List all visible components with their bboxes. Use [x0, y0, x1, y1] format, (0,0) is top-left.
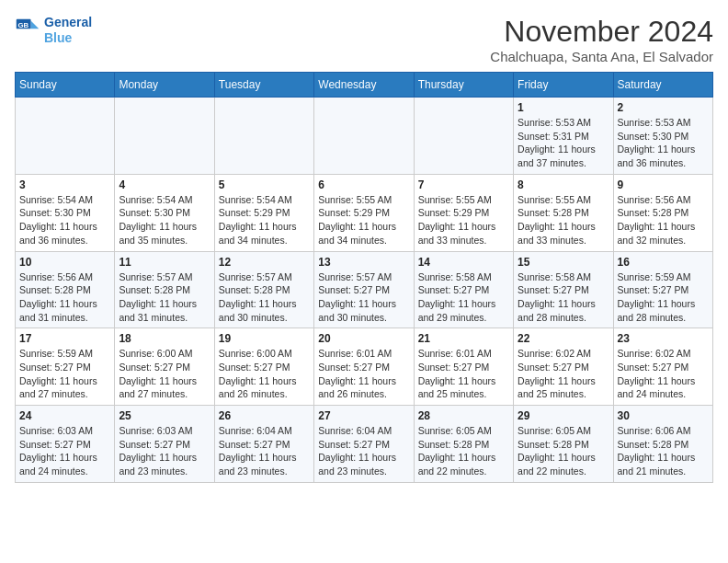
week-row-1: 1Sunrise: 5:53 AMSunset: 5:31 PMDaylight… [16, 98, 713, 175]
calendar-cell: 22Sunrise: 6:02 AMSunset: 5:27 PMDayligh… [514, 328, 613, 406]
calendar-cell: 11Sunrise: 5:57 AMSunset: 5:28 PMDayligh… [115, 251, 214, 328]
day-number: 7 [418, 178, 509, 191]
calendar-cell: 12Sunrise: 5:57 AMSunset: 5:28 PMDayligh… [214, 251, 313, 328]
calendar-cell [115, 98, 214, 175]
day-number: 5 [219, 178, 310, 191]
header-row: SundayMondayTuesdayWednesdayThursdayFrid… [16, 73, 713, 98]
calendar-cell: 7Sunrise: 5:55 AMSunset: 5:29 PMDaylight… [414, 174, 513, 251]
location-subtitle: Chalchuapa, Santa Ana, El Salvador [490, 49, 713, 64]
day-info: Sunrise: 6:05 AMSunset: 5:28 PMDaylight:… [418, 424, 509, 478]
calendar-cell [414, 98, 513, 175]
calendar-cell [314, 98, 414, 175]
day-number: 17 [19, 332, 110, 345]
day-number: 9 [618, 178, 709, 191]
day-number: 20 [318, 332, 409, 345]
header-day-tuesday: Tuesday [214, 73, 313, 98]
week-row-2: 3Sunrise: 5:54 AMSunset: 5:30 PMDaylight… [16, 174, 713, 251]
calendar-cell: 28Sunrise: 6:05 AMSunset: 5:28 PMDayligh… [414, 406, 513, 483]
day-info: Sunrise: 5:56 AMSunset: 5:28 PMDaylight:… [618, 193, 709, 247]
calendar-body: 1Sunrise: 5:53 AMSunset: 5:31 PMDaylight… [16, 98, 713, 483]
calendar-header: SundayMondayTuesdayWednesdayThursdayFrid… [16, 73, 713, 98]
calendar-cell: 21Sunrise: 6:01 AMSunset: 5:27 PMDayligh… [414, 328, 513, 406]
day-info: Sunrise: 6:03 AMSunset: 5:27 PMDaylight:… [119, 424, 210, 478]
day-number: 24 [19, 409, 110, 422]
calendar-table: SundayMondayTuesdayWednesdayThursdayFrid… [15, 72, 713, 483]
calendar-cell: 6Sunrise: 5:55 AMSunset: 5:29 PMDaylight… [314, 174, 414, 251]
day-number: 29 [518, 409, 609, 422]
day-number: 18 [119, 332, 210, 345]
calendar-cell: 17Sunrise: 5:59 AMSunset: 5:27 PMDayligh… [16, 328, 115, 406]
calendar-cell: 3Sunrise: 5:54 AMSunset: 5:30 PMDaylight… [16, 174, 115, 251]
day-number: 1 [518, 101, 609, 114]
day-number: 8 [518, 178, 609, 191]
calendar-cell: 18Sunrise: 6:00 AMSunset: 5:27 PMDayligh… [115, 328, 214, 406]
calendar-cell: 1Sunrise: 5:53 AMSunset: 5:31 PMDaylight… [514, 98, 613, 175]
day-number: 6 [318, 178, 409, 191]
day-info: Sunrise: 5:55 AMSunset: 5:29 PMDaylight:… [418, 193, 509, 247]
day-info: Sunrise: 5:59 AMSunset: 5:27 PMDaylight:… [19, 347, 110, 401]
day-info: Sunrise: 6:04 AMSunset: 5:27 PMDaylight:… [219, 424, 310, 478]
day-info: Sunrise: 5:58 AMSunset: 5:27 PMDaylight:… [518, 270, 609, 325]
week-row-4: 17Sunrise: 5:59 AMSunset: 5:27 PMDayligh… [16, 328, 713, 406]
calendar-cell: 26Sunrise: 6:04 AMSunset: 5:27 PMDayligh… [214, 406, 313, 483]
day-info: Sunrise: 5:54 AMSunset: 5:30 PMDaylight:… [19, 193, 110, 247]
day-info: Sunrise: 5:57 AMSunset: 5:28 PMDaylight:… [119, 270, 210, 325]
week-row-3: 10Sunrise: 5:56 AMSunset: 5:28 PMDayligh… [16, 251, 713, 328]
calendar-cell: 24Sunrise: 6:03 AMSunset: 5:27 PMDayligh… [16, 406, 115, 483]
day-number: 25 [119, 409, 210, 422]
month-year-title: November 2024 [490, 15, 713, 49]
calendar-cell: 29Sunrise: 6:05 AMSunset: 5:28 PMDayligh… [514, 406, 613, 483]
day-number: 2 [618, 101, 709, 114]
header-day-monday: Monday [115, 73, 214, 98]
header-day-wednesday: Wednesday [314, 73, 414, 98]
day-number: 26 [219, 409, 310, 422]
calendar-cell: 19Sunrise: 6:00 AMSunset: 5:27 PMDayligh… [214, 328, 313, 406]
day-number: 27 [318, 409, 409, 422]
day-info: Sunrise: 6:00 AMSunset: 5:27 PMDaylight:… [219, 347, 310, 401]
day-info: Sunrise: 5:58 AMSunset: 5:27 PMDaylight:… [418, 270, 509, 325]
calendar-cell: 25Sunrise: 6:03 AMSunset: 5:27 PMDayligh… [115, 406, 214, 483]
day-info: Sunrise: 6:02 AMSunset: 5:27 PMDaylight:… [518, 347, 609, 401]
calendar-cell: 15Sunrise: 5:58 AMSunset: 5:27 PMDayligh… [514, 251, 613, 328]
header-day-sunday: Sunday [16, 73, 115, 98]
day-info: Sunrise: 5:53 AMSunset: 5:31 PMDaylight:… [518, 116, 609, 170]
calendar-cell: 27Sunrise: 6:04 AMSunset: 5:27 PMDayligh… [314, 406, 414, 483]
calendar-cell: 13Sunrise: 5:57 AMSunset: 5:27 PMDayligh… [314, 251, 414, 328]
day-info: Sunrise: 5:55 AMSunset: 5:29 PMDaylight:… [318, 193, 409, 247]
day-number: 30 [618, 409, 709, 422]
day-info: Sunrise: 6:02 AMSunset: 5:27 PMDaylight:… [618, 347, 709, 401]
day-info: Sunrise: 6:05 AMSunset: 5:28 PMDaylight:… [518, 424, 609, 478]
day-info: Sunrise: 5:55 AMSunset: 5:28 PMDaylight:… [518, 193, 609, 247]
calendar-cell: 30Sunrise: 6:06 AMSunset: 5:28 PMDayligh… [613, 406, 712, 483]
day-info: Sunrise: 5:57 AMSunset: 5:27 PMDaylight:… [318, 270, 409, 325]
day-number: 28 [418, 409, 509, 422]
header-day-thursday: Thursday [414, 73, 513, 98]
calendar-cell: 8Sunrise: 5:55 AMSunset: 5:28 PMDaylight… [514, 174, 613, 251]
day-number: 10 [19, 256, 110, 269]
logo-text: General Blue [44, 15, 92, 46]
day-info: Sunrise: 5:59 AMSunset: 5:27 PMDaylight:… [618, 270, 709, 325]
day-info: Sunrise: 6:04 AMSunset: 5:27 PMDaylight:… [318, 424, 409, 478]
day-info: Sunrise: 6:00 AMSunset: 5:27 PMDaylight:… [119, 347, 210, 401]
calendar-cell [214, 98, 313, 175]
day-number: 23 [618, 332, 709, 345]
day-info: Sunrise: 6:01 AMSunset: 5:27 PMDaylight:… [318, 347, 409, 401]
day-number: 4 [119, 178, 210, 191]
header-day-saturday: Saturday [613, 73, 712, 98]
day-info: Sunrise: 5:57 AMSunset: 5:28 PMDaylight:… [219, 270, 310, 325]
day-info: Sunrise: 6:01 AMSunset: 5:27 PMDaylight:… [418, 347, 509, 401]
day-number: 3 [19, 178, 110, 191]
calendar-cell: 10Sunrise: 5:56 AMSunset: 5:28 PMDayligh… [16, 251, 115, 328]
calendar-cell: 5Sunrise: 5:54 AMSunset: 5:29 PMDaylight… [214, 174, 313, 251]
day-number: 11 [119, 256, 210, 269]
calendar-cell: 16Sunrise: 5:59 AMSunset: 5:27 PMDayligh… [613, 251, 712, 328]
calendar-cell: 14Sunrise: 5:58 AMSunset: 5:27 PMDayligh… [414, 251, 513, 328]
day-number: 16 [618, 256, 709, 269]
calendar-cell [16, 98, 115, 175]
calendar-cell: 9Sunrise: 5:56 AMSunset: 5:28 PMDaylight… [613, 174, 712, 251]
page-header: GB General Blue November 2024 Chalchuapa… [15, 15, 713, 64]
logo-icon: GB [15, 17, 40, 43]
calendar-cell: 4Sunrise: 5:54 AMSunset: 5:30 PMDaylight… [115, 174, 214, 251]
day-number: 21 [418, 332, 509, 345]
logo: GB General Blue [15, 15, 92, 46]
